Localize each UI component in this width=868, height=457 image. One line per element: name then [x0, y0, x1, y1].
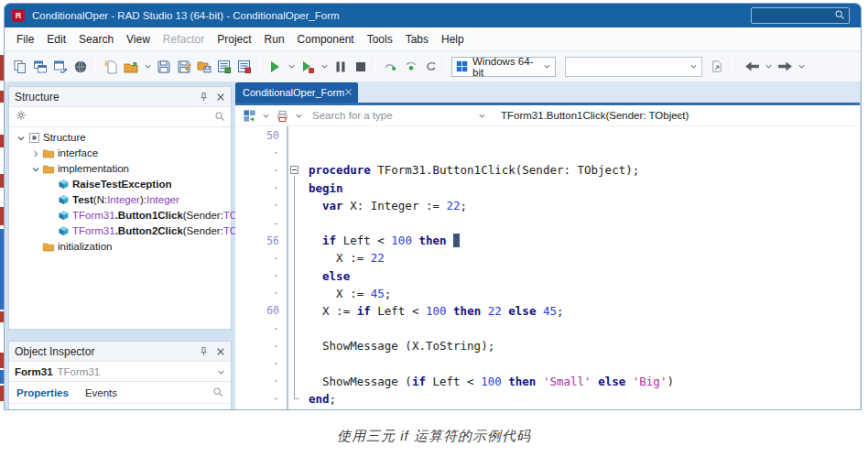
pin-icon[interactable] [199, 89, 209, 105]
dropdown-chevron-icon[interactable] [141, 57, 154, 77]
chevron-down-icon[interactable] [292, 105, 305, 125]
globe-icon[interactable] [71, 57, 91, 77]
structure-tree-item[interactable]: TForm31.Button1Click(Sender: TObject) [9, 208, 231, 223]
dropdown-chevron-icon[interactable] [285, 57, 298, 77]
menu-item-help[interactable]: Help [435, 27, 471, 51]
tab-properties[interactable]: Properties [16, 387, 69, 398]
trace-into-icon[interactable] [401, 57, 421, 77]
line-number[interactable]: · [235, 164, 279, 177]
run-icon[interactable] [265, 57, 285, 77]
new-items-icon[interactable] [10, 57, 30, 77]
code-line[interactable]: -end; [235, 390, 860, 408]
type-search-input[interactable]: Search for a type [312, 110, 393, 121]
chevron-down-icon[interactable] [675, 107, 683, 124]
navigate-forward-button[interactable] [775, 57, 795, 77]
chevron-down-icon[interactable] [795, 57, 808, 77]
code-line[interactable]: · X := 22 [235, 249, 860, 267]
line-number[interactable]: · [235, 252, 279, 265]
line-number[interactable]: · [235, 340, 279, 353]
code-line[interactable]: 50 [235, 126, 860, 144]
code-line[interactable]: · else [235, 267, 860, 285]
line-number[interactable]: - [235, 217, 279, 230]
fold-collapse-icon[interactable] [290, 166, 298, 174]
menu-item-search[interactable]: Search [72, 27, 120, 51]
line-number[interactable]: · [235, 287, 279, 299]
navigate-back-button[interactable] [742, 57, 762, 77]
structure-tree-item[interactable]: Test(N: Integer): Integer [9, 192, 231, 208]
code-line[interactable]: · [235, 144, 860, 161]
structure-tree-item[interactable]: interface [9, 146, 231, 161]
pin-icon[interactable] [199, 343, 209, 360]
chevron-expanded-icon[interactable] [15, 134, 27, 143]
line-number[interactable]: · [235, 375, 279, 387]
code-editor[interactable]: 50··procedure TForm31.Button1Click(Sende… [235, 126, 860, 409]
line-number[interactable]: - [235, 392, 279, 405]
code-line[interactable]: · var X: Integer := 22; [235, 197, 860, 214]
code-line[interactable]: · ShowMessage (if Left < 100 then 'Small… [235, 373, 860, 390]
structure-tree-item[interactable]: implementation [9, 161, 231, 177]
structure-search-input[interactable] [9, 107, 231, 127]
code-line[interactable]: 56 if Left < 100 then [235, 232, 860, 249]
save-icon[interactable] [154, 57, 174, 77]
structure-tree-item[interactable]: initialization [9, 239, 231, 255]
open-folder-icon[interactable] [121, 57, 141, 77]
module-view-icon[interactable] [239, 105, 259, 125]
close-icon[interactable] [216, 89, 225, 105]
menu-item-tabs[interactable]: Tabs [399, 27, 435, 51]
insert-template-icon[interactable] [706, 57, 726, 77]
run-to-cursor-icon[interactable] [421, 57, 441, 77]
code-line[interactable]: · [235, 354, 860, 372]
search-icon[interactable] [212, 385, 223, 401]
line-number[interactable]: 60 [235, 304, 279, 317]
cascade-windows-icon[interactable] [30, 57, 50, 77]
structure-tree-item[interactable]: Structure [9, 130, 231, 146]
print-icon[interactable] [272, 105, 292, 125]
step-over-icon[interactable] [381, 57, 401, 77]
code-line[interactable]: - [235, 214, 860, 232]
quick-search-select[interactable] [565, 57, 702, 77]
menu-item-component[interactable]: Component [291, 27, 361, 51]
titlebar[interactable]: R ConditionalOper - RAD Studio 13 (64-bi… [5, 4, 861, 27]
gear-icon[interactable] [15, 109, 27, 125]
tab-conditionaloper-form[interactable]: ConditionalOper_Form [235, 82, 358, 103]
run-no-debug-icon[interactable] [298, 57, 318, 77]
code-line[interactable]: · X := 45; [235, 285, 860, 302]
line-number[interactable]: · [235, 269, 279, 282]
target-platform-select[interactable]: Windows 64-bit [451, 57, 556, 77]
menu-item-run[interactable]: Run [258, 27, 291, 51]
dropdown-chevron-icon[interactable] [318, 57, 331, 77]
stop-icon[interactable] [351, 57, 371, 77]
chevron-down-icon[interactable] [478, 107, 486, 124]
menu-item-file[interactable]: File [10, 27, 40, 51]
structure-tree-item[interactable]: TForm31.Button2Click(Sender: TObject) [9, 223, 231, 239]
view-form-green-icon[interactable] [214, 57, 234, 77]
chevron-collapsed-icon[interactable] [29, 149, 41, 158]
line-number[interactable]: 50 [235, 129, 279, 142]
new-file-icon[interactable] [101, 57, 121, 77]
pause-icon[interactable] [331, 57, 351, 77]
line-number[interactable]: · [235, 181, 279, 194]
menu-item-edit[interactable]: Edit [40, 27, 72, 51]
code-line[interactable]: 60 X := if Left < 100 then 22 else 45; [235, 302, 860, 320]
menu-item-tools[interactable]: Tools [361, 27, 399, 51]
close-icon[interactable] [344, 87, 353, 98]
line-number[interactable]: · [235, 199, 279, 212]
window-arrow-icon[interactable] [50, 57, 71, 77]
line-number[interactable]: · [235, 357, 279, 370]
chevron-expanded-icon[interactable] [29, 165, 41, 174]
line-number[interactable]: · [235, 322, 279, 335]
save-all-icon[interactable] [194, 57, 214, 77]
line-number[interactable]: · [235, 147, 279, 159]
menu-item-view[interactable]: View [120, 27, 157, 51]
menu-item-project[interactable]: Project [211, 27, 257, 51]
view-form-red-icon[interactable] [234, 57, 255, 77]
chevron-down-icon[interactable] [259, 105, 272, 125]
line-number[interactable]: 56 [235, 234, 279, 247]
close-icon[interactable] [216, 343, 225, 360]
tab-events[interactable]: Events [85, 387, 117, 398]
code-line[interactable]: ·procedure TForm31.Button1Click(Sender: … [235, 161, 860, 179]
method-selector[interactable]: TForm31.Button1Click(Sender: TObject) [501, 110, 689, 121]
titlebar-search-input[interactable] [751, 7, 850, 24]
code-line[interactable]: · ShowMessage (X.ToString); [235, 337, 860, 354]
code-line[interactable]: · [235, 408, 860, 409]
